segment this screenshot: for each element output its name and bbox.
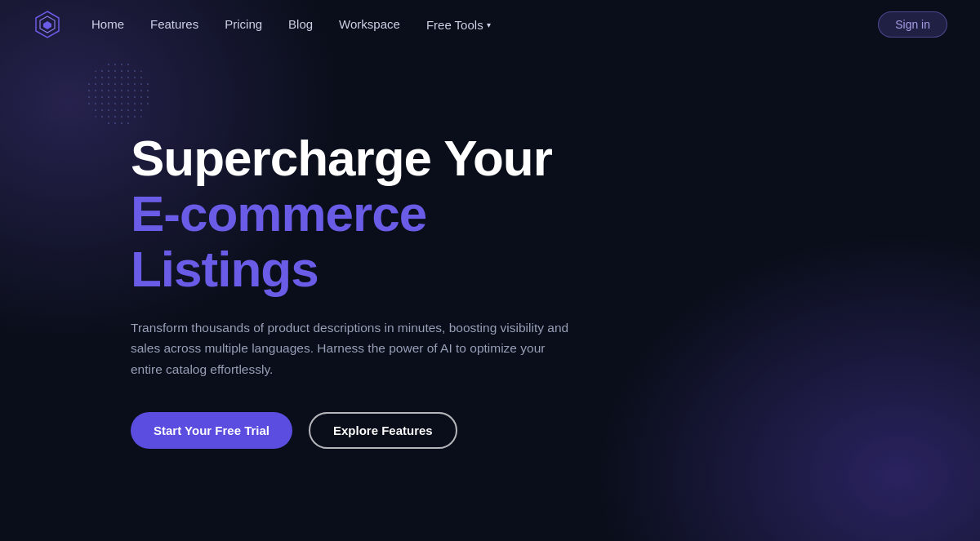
nav-link-home[interactable]: Home (91, 17, 124, 31)
nav-links: Home Features Pricing Blog Workspace Fre… (91, 17, 491, 32)
nav-left: Home Features Pricing Blog Workspace Fre… (33, 10, 491, 39)
start-trial-button[interactable]: Start Your Free Trial (131, 412, 292, 449)
hero-actions: Start Your Free Trial Explore Features (131, 412, 588, 449)
nav-link-features[interactable]: Features (150, 17, 198, 31)
nav-item-free-tools[interactable]: Free Tools ▾ (426, 18, 491, 32)
chevron-down-icon: ▾ (487, 20, 491, 29)
sign-in-button[interactable]: Sign in (878, 11, 947, 38)
hero-section: Supercharge Your E-commerce Listings Tra… (0, 49, 588, 449)
svg-marker-2 (43, 21, 51, 29)
nav-item-features[interactable]: Features (150, 17, 198, 32)
bg-glow-right (572, 215, 980, 541)
hero-subtitle: Transform thousands of product descripti… (131, 317, 572, 380)
explore-features-button[interactable]: Explore Features (309, 412, 457, 449)
nav-right: Sign in (878, 11, 947, 38)
nav-item-blog[interactable]: Blog (288, 17, 313, 32)
nav-item-pricing[interactable]: Pricing (225, 17, 262, 32)
hero-title: Supercharge Your E-commerce Listings (131, 131, 588, 298)
logo-icon[interactable] (33, 10, 62, 39)
nav-link-workspace[interactable]: Workspace (339, 17, 400, 31)
nav-item-workspace[interactable]: Workspace (339, 17, 400, 32)
hero-title-line2: E-commerce Listings (131, 185, 426, 297)
nav-link-blog[interactable]: Blog (288, 17, 313, 31)
nav-link-free-tools[interactable]: Free Tools ▾ (426, 18, 491, 32)
hero-title-line1: Supercharge Your (131, 130, 552, 186)
nav-link-pricing[interactable]: Pricing (225, 17, 262, 31)
navbar: Home Features Pricing Blog Workspace Fre… (0, 0, 980, 49)
nav-item-home[interactable]: Home (91, 17, 124, 32)
